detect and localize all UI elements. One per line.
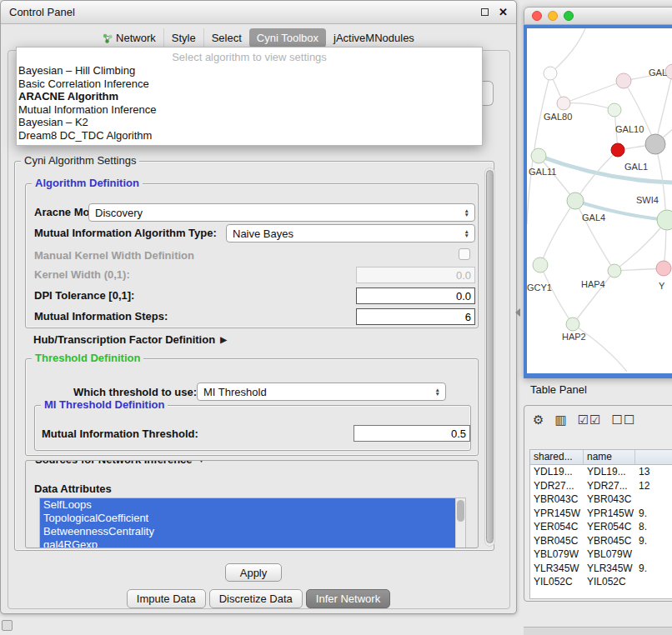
algorithm-option-aracne-algorithm[interactable]: ARACNE Algorithm (17, 90, 482, 103)
table-cell: 9. (635, 562, 672, 576)
network-node-gal4[interactable] (567, 192, 584, 209)
zoom-traffic-light[interactable] (564, 11, 574, 21)
network-node-hap4[interactable] (608, 264, 621, 278)
network-edge (564, 81, 624, 103)
tab-style[interactable]: Style (163, 28, 203, 48)
expanded-arrow-icon: ▼ (198, 460, 206, 464)
deselect-all-rows-button[interactable]: ☐☐ (612, 412, 636, 428)
algorithm-option-bayesian-k2[interactable]: Bayesian – K2 (17, 116, 482, 129)
gear-button[interactable]: ⚙ (533, 412, 544, 428)
manual-kernel-width-label: Manual Kernel Width Definition (34, 249, 194, 262)
table-row[interactable]: YBR043CYBR043C (530, 492, 672, 507)
close-icon[interactable]: ✕ (499, 6, 508, 18)
select-all-rows-button[interactable]: ☑☑ (578, 412, 602, 428)
mi-threshold-input[interactable] (354, 425, 470, 442)
attributes-scrollbar[interactable] (455, 498, 465, 548)
table-row[interactable]: YLR345WYLR345W9. (530, 562, 672, 576)
table-cell: YPR145W (584, 507, 635, 521)
table-cell: 8. (635, 520, 672, 534)
float-window-icon[interactable] (481, 8, 489, 16)
control-panel-window: Control Panel ✕ NetworkStyleSelectCyni T… (0, 0, 517, 614)
table-cell (635, 548, 672, 562)
close-traffic-light[interactable] (532, 11, 542, 21)
network-canvas[interactable]: GALGAL80GAL10GAL1GAL11SWI4GAL4GCY1HAP4YH… (527, 28, 672, 373)
manual-kernel-width-checkbox (459, 248, 470, 260)
which-threshold-label: Which threshold to use: (73, 386, 197, 398)
network-edge (539, 156, 672, 182)
minimize-traffic-light[interactable] (548, 11, 558, 21)
network-node-pink-top-node[interactable] (616, 73, 631, 88)
attribute-item-gal4rgexp[interactable]: gal4RGexp (40, 538, 455, 548)
table-header-shared[interactable]: shared... (530, 450, 584, 464)
network-node-gal10[interactable] (645, 134, 665, 154)
bottom-tab-discretize-data[interactable]: Discretize Data (209, 589, 303, 608)
table-cell: 9. (635, 507, 672, 521)
network-icon (103, 33, 113, 43)
top-tabs: NetworkStyleSelectCyni ToolboxjActiveMNo… (1, 28, 516, 48)
kernel-width-input (356, 267, 475, 283)
data-attributes-label: Data Attributes (34, 482, 112, 495)
algorithm-option-basic-correlation-inference[interactable]: Basic Correlation Inference (17, 78, 482, 91)
mi-steps-input[interactable] (356, 308, 475, 325)
network-node-swi4[interactable] (657, 210, 672, 230)
network-node-gcy1[interactable] (533, 258, 548, 272)
table-cell: YBL079W (530, 548, 584, 562)
which-threshold-select[interactable]: MI Threshold ▲▼ (197, 382, 446, 401)
data-attributes-list: SelfLoopsTopologicalCoefficientBetweenne… (39, 498, 466, 548)
algorithm-option-bayesian-hill-climbing[interactable]: Bayesian – Hill Climbing (17, 64, 482, 78)
table-row[interactable]: YIL052CYIL052C (530, 575, 672, 589)
tab-label: Select (212, 32, 242, 44)
table-row[interactable]: YBR045CYBR045C9. (530, 534, 672, 548)
tab-jactivemnodules[interactable]: jActiveMNodules (326, 28, 422, 48)
table-header-name[interactable]: name (584, 450, 635, 464)
dpi-tolerance-input[interactable] (356, 288, 475, 304)
aracne-mode-select[interactable]: Discovery ▲▼ (88, 203, 475, 222)
choose-columns-button[interactable]: ▥ (554, 412, 567, 428)
network-node-hap2[interactable] (566, 318, 579, 331)
apply-button[interactable]: Apply (225, 563, 282, 582)
network-focus-frame: GALGAL80GAL10GAL1GAL11SWI4GAL4GCY1HAP4YH… (524, 25, 672, 378)
tab-select[interactable]: Select (203, 28, 249, 48)
network-node-white-node[interactable] (544, 67, 557, 80)
network-node-label: GAL80 (544, 112, 572, 122)
network-node-gal80[interactable] (557, 97, 570, 110)
sources-group: Sources for Network Inference ▼ Data Att… (25, 460, 479, 548)
window-title: Control Panel (9, 6, 75, 18)
network-node-gal11[interactable] (531, 148, 546, 163)
table-header-col-2[interactable] (635, 450, 672, 464)
mi-algorithm-type-select[interactable]: Naive Bayes ▲▼ (226, 224, 475, 242)
hub-transcription-factor-section[interactable]: Hub/Transcription Factor Definition ▶ (33, 333, 227, 346)
network-window-titlebar[interactable] (524, 7, 672, 25)
minimized-panel-icon[interactable] (2, 620, 13, 631)
attribute-item-betweennesscentrality[interactable]: BetweennessCentrality (40, 525, 455, 538)
algorithm-option-mutual-information-inference[interactable]: Mutual Information Inference (17, 103, 482, 117)
control-panel-titlebar[interactable]: Control Panel ✕ (1, 1, 516, 24)
splitter-collapse-arrow[interactable] (515, 308, 520, 317)
bottom-tab-infer-network[interactable]: Infer Network (306, 589, 390, 608)
tab-label: Style (172, 32, 196, 44)
combo-arrows-icon: ▲▼ (435, 388, 440, 396)
table-row[interactable]: YPR145WYPR145W9. (530, 507, 672, 521)
table-cell: YER054C (530, 520, 584, 534)
settings-scrollbar[interactable] (484, 168, 495, 547)
table-row[interactable]: YER054CYER054C8. (530, 520, 672, 534)
table-cell: YLR345W (530, 562, 584, 576)
settings-scrollbar-thumb[interactable] (486, 170, 494, 543)
network-edge (540, 201, 575, 265)
network-node-green-top-node[interactable] (608, 103, 621, 117)
network-node-gal1[interactable] (611, 143, 624, 157)
data-attributes-rows: SelfLoopsTopologicalCoefficientBetweenne… (40, 498, 455, 548)
table-row[interactable]: YDL19...YDL19...13 (530, 465, 672, 479)
attribute-item-selfloops[interactable]: SelfLoops (40, 498, 455, 512)
bottom-tab-impute-data[interactable]: Impute Data (127, 589, 206, 608)
sources-group-title-row[interactable]: Sources for Network Inference ▼ (32, 460, 208, 466)
tab-network[interactable]: Network (95, 28, 163, 48)
network-node-label: HAP4 (581, 279, 605, 289)
table-row[interactable]: YBL079WYBL079W (530, 548, 672, 562)
algorithm-option-dream8-dc-tdc-algorithm[interactable]: Dream8 DC_TDC Algorithm (17, 129, 482, 142)
attributes-scrollbar-thumb[interactable] (457, 500, 464, 522)
network-node-y-node[interactable] (656, 261, 671, 276)
table-row[interactable]: YDR27...YDR27...12 (530, 479, 672, 493)
tab-cyni-toolbox[interactable]: Cyni Toolbox (249, 28, 326, 48)
attribute-item-topologicalcoefficient[interactable]: TopologicalCoefficient (40, 512, 455, 525)
